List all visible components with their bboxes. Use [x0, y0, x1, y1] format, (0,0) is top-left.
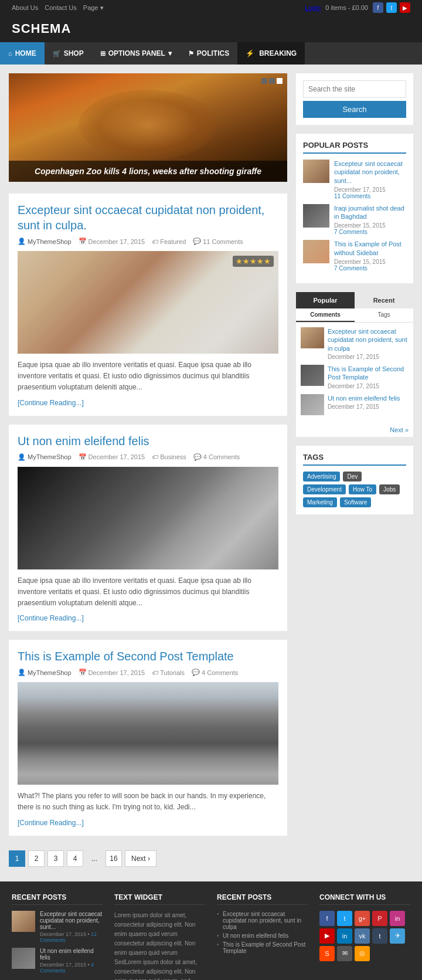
hero-dot-2[interactable]: [269, 78, 275, 84]
page-link[interactable]: Page ▾: [83, 4, 104, 11]
pp-date-1: December 17, 2015: [334, 186, 406, 193]
connect-googleplus[interactable]: g+: [355, 911, 370, 926]
site-logo[interactable]: SCHEMA: [12, 21, 71, 36]
nav-options[interactable]: ⊞ OPTIONS PANEL ▾: [92, 42, 180, 65]
shop-icon: 🛒: [53, 50, 61, 57]
continue-reading-1[interactable]: [Continue Reading...]: [18, 399, 84, 407]
footer-thumb-1: [12, 911, 35, 932]
pp-title-2[interactable]: Iraqi journalist shot dead in Baghdad: [334, 204, 406, 221]
nav-politics[interactable]: ⚑ POLITICS: [180, 42, 237, 65]
tag-advertising[interactable]: Advertising: [303, 472, 340, 481]
connect-telegram[interactable]: ✈: [390, 928, 405, 944]
tab-post-title-1[interactable]: Excepteur sint occaecat cupidatat non pr…: [328, 327, 409, 352]
page-4[interactable]: 4: [67, 850, 83, 867]
footer-post-title-2[interactable]: Ut non enim eleifend felis: [40, 948, 103, 961]
connect-twitter[interactable]: t: [337, 911, 352, 926]
footer-list-link-2[interactable]: Ut non enim eleifend felis: [223, 932, 288, 939]
facebook-icon[interactable]: f: [373, 2, 383, 13]
connect-icons: f t g+ P in ▶ in vk t ✈ S ✉ ◎: [319, 911, 410, 961]
post-image-3: [18, 682, 278, 785]
footer-post-meta-2: December 17, 2015 • 4 Comments: [40, 962, 103, 974]
tag-marketing[interactable]: Marketing: [303, 497, 337, 507]
connect-rss[interactable]: ◎: [355, 946, 370, 961]
connect-instagram[interactable]: in: [390, 911, 405, 926]
tab-post-info-3: Ut non enim eleifend felis December 17, …: [328, 394, 409, 410]
footer-recent2-title: RECENT POSTS: [217, 893, 308, 905]
contact-us-link[interactable]: Contact Us: [45, 4, 76, 11]
post-card-2: Ut non enim eleifend felis 👤 MyThemeShop…: [9, 425, 287, 632]
footer-text-title: TEXT WIDGET: [114, 893, 205, 905]
footer-list-link-1[interactable]: Excepteur sint occaecat cupidatat non pr…: [223, 911, 301, 930]
about-us-link[interactable]: About Us: [12, 4, 38, 11]
pp-info-3: This is Example of Post without Sidebar …: [334, 240, 406, 272]
tag-jobs[interactable]: Jobs: [379, 484, 400, 494]
hero-dot-1[interactable]: [261, 78, 267, 84]
tab-comments[interactable]: Comments: [296, 308, 355, 322]
tab-post-title-3[interactable]: Ut non enim eleifend felis: [328, 394, 409, 402]
connect-email[interactable]: ✉: [337, 946, 352, 961]
post-title-link-3[interactable]: This is Example of Second Post Template: [18, 650, 234, 663]
connect-vk[interactable]: vk: [355, 928, 370, 944]
footer-thumb-2: [12, 948, 35, 969]
youtube-icon[interactable]: ▶: [400, 2, 410, 13]
post-title-link-1[interactable]: Excepteur sint occaecat cupidatat non pr…: [18, 204, 264, 232]
connect-tumblr[interactable]: t: [372, 928, 387, 944]
post-image-wrap-3: [18, 682, 278, 785]
post-excerpt-1: Eaque ipsa quae ab illo inventore verita…: [18, 360, 278, 394]
tag-howto[interactable]: How To: [349, 484, 376, 494]
search-button[interactable]: Search: [303, 101, 406, 118]
nav-breaking[interactable]: ⚡ BREAKING: [237, 42, 305, 65]
pp-info-2: Iraqi journalist shot dead in Baghdad De…: [334, 204, 406, 236]
top-bar: About Us Contact Us Page ▾ Login 0 items…: [0, 0, 422, 15]
continue-reading-3[interactable]: [Continue Reading...]: [18, 819, 84, 827]
twitter-icon[interactable]: t: [386, 2, 397, 13]
post-meta-3: 👤 MyThemeShop 📅 December 17, 2015 🏷 Tuto…: [18, 669, 278, 676]
nav-home-label: HOME: [15, 49, 36, 57]
page-next[interactable]: Next ›: [125, 850, 156, 867]
tag-software[interactable]: Software: [340, 497, 371, 507]
page-3[interactable]: 3: [47, 850, 64, 867]
post-date-1: 📅 December 17, 2015: [79, 238, 145, 245]
tab-post-title-2[interactable]: This is Example of Second Post Template: [328, 365, 409, 382]
tab-recent[interactable]: Recent: [355, 292, 413, 308]
page-16[interactable]: 16: [106, 850, 122, 867]
pp-comments-3: 7 Comments: [334, 265, 406, 272]
post-title-link-2[interactable]: Ut non enim eleifend felis: [18, 435, 149, 447]
continue-reading-2[interactable]: [Continue Reading...]: [18, 614, 84, 622]
pp-title-3[interactable]: This is Example of Post without Sidebar: [334, 240, 406, 257]
connect-pinterest[interactable]: P: [372, 911, 387, 926]
search-input[interactable]: [303, 80, 406, 98]
login-link[interactable]: Login: [305, 4, 321, 11]
pp-title-1[interactable]: Excepteur sint occaecat cupidatat non pr…: [334, 160, 406, 185]
connect-youtube[interactable]: ▶: [319, 928, 335, 944]
nav-home[interactable]: ⌂ HOME: [0, 42, 45, 65]
connect-facebook[interactable]: f: [319, 911, 335, 926]
tab-next[interactable]: Next »: [296, 425, 413, 437]
footer-recent-posts2: RECENT POSTS Excepteur sint occaecat cup…: [217, 893, 308, 981]
search-widget: Search: [296, 73, 413, 125]
footer-list-link-3[interactable]: This is Example of Second Post Template: [223, 941, 305, 954]
main-container: Copenhagen Zoo kills 4 lions, weeks afte…: [0, 65, 422, 881]
post-meta-2: 👤 MyThemeShop 📅 December 17, 2015 🏷 Busi…: [18, 453, 278, 461]
tab-tags[interactable]: Tags: [355, 308, 413, 322]
tab-post-2: This is Example of Second Post Template …: [301, 365, 409, 389]
footer-post-title-1[interactable]: Excepteur sint occaecat cupidatat non pr…: [40, 911, 103, 930]
tab-popular[interactable]: Popular: [296, 292, 355, 308]
post-excerpt-3: What?! The plans you refer to will soon …: [18, 791, 278, 813]
footer-recent-posts: RECENT POSTS Excepteur sint occaecat cup…: [12, 893, 103, 981]
post-card-3: This is Example of Second Post Template …: [9, 640, 287, 835]
tab-post-info-2: This is Example of Second Post Template …: [328, 365, 409, 389]
nav-shop-label: SHOP: [64, 49, 84, 57]
nav-shop[interactable]: 🛒 SHOP: [45, 42, 92, 65]
page-1[interactable]: 1: [9, 850, 25, 867]
tag-dev[interactable]: Dev: [343, 472, 362, 481]
footer-list-item-1: Excepteur sint occaecat cupidatat non pr…: [217, 911, 308, 930]
tag-development[interactable]: Development: [303, 484, 346, 494]
tags-title: TAGS: [303, 453, 406, 466]
hero-dot-3[interactable]: [277, 78, 283, 84]
pp-comments-2: 7 Comments: [334, 229, 406, 235]
post-meta-1: 👤 MyThemeShop 📅 December 17, 2015 🏷 Feat…: [18, 238, 278, 245]
connect-linkedin[interactable]: in: [337, 928, 352, 944]
page-2[interactable]: 2: [28, 850, 45, 867]
connect-stumbleupon[interactable]: S: [319, 946, 335, 961]
